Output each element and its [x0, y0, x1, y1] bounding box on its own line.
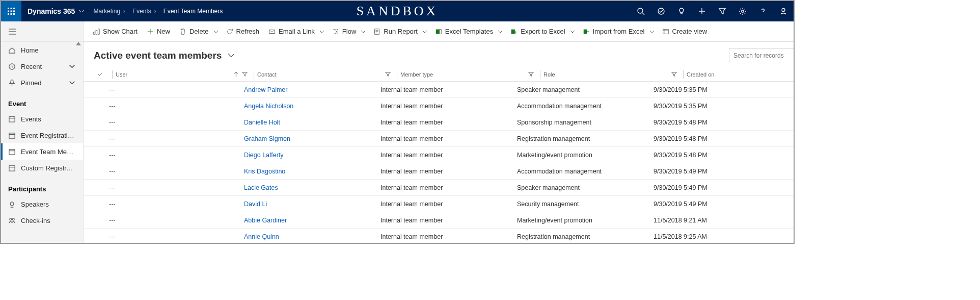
export-excel-button[interactable]: Export to Excel — [506, 21, 566, 42]
table-row[interactable]: --- Angela Nicholson Internal team membe… — [84, 98, 795, 114]
cell-contact-link[interactable]: Andrew Palmer — [244, 86, 380, 93]
export-excel-split-button[interactable] — [567, 29, 578, 34]
flow-split-button[interactable] — [358, 29, 368, 34]
nav-checkins[interactable]: Check-ins — [1, 212, 83, 229]
assistant-icon[interactable] — [671, 1, 692, 21]
col-header-user[interactable]: User — [116, 71, 251, 78]
view-selector[interactable]: Active event team members — [94, 50, 235, 61]
cell-contact-link[interactable]: Lacie Gates — [244, 184, 380, 191]
svg-rect-14 — [9, 116, 15, 121]
user-icon[interactable] — [773, 1, 794, 21]
cmd-label: Show Chart — [103, 28, 138, 35]
cell-member-type: Internal team member — [380, 233, 517, 240]
table-row[interactable]: --- Abbie Gardiner Internal team member … — [84, 212, 795, 229]
cell-contact-link[interactable]: Angela Nicholson — [244, 103, 380, 110]
nav-event-team-members[interactable]: Event Team Mem… — [1, 143, 83, 160]
cell-user: --- — [109, 103, 244, 110]
filter-icon[interactable] — [712, 1, 732, 21]
cell-created-on: 9/30/2019 5:48 PM — [654, 135, 781, 142]
cell-role: Sponsorship management — [517, 119, 654, 126]
search-box[interactable] — [729, 48, 795, 63]
cell-contact-link[interactable]: Abbie Gardiner — [244, 217, 380, 224]
search-icon[interactable] — [631, 1, 651, 21]
cell-contact-link[interactable]: Kris Dagostino — [244, 168, 380, 175]
delete-split-button[interactable] — [211, 29, 221, 34]
brand-chevron-icon[interactable] — [79, 8, 91, 15]
cell-role: Speaker management — [517, 184, 654, 191]
import-excel-split-button[interactable] — [647, 29, 657, 34]
refresh-button[interactable]: Refresh — [222, 21, 264, 42]
chevron-down-icon — [228, 52, 235, 59]
cmd-label: Flow — [342, 28, 356, 35]
svg-point-11 — [742, 10, 744, 12]
select-all-checkbox[interactable] — [94, 71, 109, 77]
run-report-split-button[interactable] — [420, 29, 430, 34]
col-header-contact[interactable]: Contact — [257, 71, 394, 78]
table-row[interactable]: --- Danielle Holt Internal team member S… — [84, 114, 795, 131]
nav-pinned[interactable]: Pinned — [1, 74, 83, 91]
filter-icon[interactable] — [385, 71, 391, 77]
col-header-created-on[interactable]: Created on — [687, 71, 795, 78]
col-header-member-type[interactable]: Member type — [400, 71, 537, 78]
svg-rect-2 — [13, 8, 15, 9]
cell-member-type: Internal team member — [380, 135, 517, 142]
email-split-button[interactable] — [317, 29, 327, 34]
breadcrumb-area[interactable]: Events — [130, 8, 161, 15]
email-link-button[interactable]: Email a Link — [264, 21, 316, 42]
search-input[interactable] — [733, 52, 795, 59]
cell-contact-link[interactable]: Danielle Holt — [244, 119, 380, 126]
app-launcher-button[interactable] — [1, 1, 21, 21]
gear-icon[interactable] — [732, 1, 753, 21]
nav-events[interactable]: Events — [1, 111, 83, 127]
table-row[interactable]: --- Graham Sigmon Internal team member R… — [84, 131, 795, 147]
brand-label[interactable]: Dynamics 365 — [21, 7, 79, 15]
cell-created-on: 9/30/2019 5:48 PM — [654, 119, 781, 126]
show-chart-button[interactable]: Show Chart — [89, 21, 142, 42]
table-row[interactable]: --- Andrew Palmer Internal team member S… — [84, 82, 795, 98]
table-row[interactable]: --- Annie Quinn Internal team member Reg… — [84, 229, 795, 244]
excel-templates-split-button[interactable] — [495, 29, 505, 34]
nav-speakers[interactable]: Speakers — [1, 196, 83, 212]
cell-user: --- — [109, 168, 244, 175]
col-header-role[interactable]: Role — [543, 71, 680, 78]
import-excel-button[interactable]: Import from Excel — [579, 21, 646, 42]
table-row[interactable]: --- Diego Lafferty Internal team member … — [84, 147, 795, 163]
hamburger-button[interactable] — [1, 21, 83, 42]
nav-label: Event Registratio… — [21, 132, 76, 139]
nav-label: Custom Registrat… — [21, 164, 76, 172]
svg-rect-5 — [13, 11, 15, 12]
svg-point-20 — [12, 218, 14, 220]
cell-user: --- — [109, 86, 244, 93]
cell-contact-link[interactable]: David Li — [244, 201, 380, 208]
table-row[interactable]: --- David Li Internal team member Securi… — [84, 196, 795, 212]
cell-member-type: Internal team member — [380, 201, 517, 208]
sidebar-scrollbar[interactable] — [75, 42, 82, 244]
create-view-button[interactable]: Create view — [658, 21, 712, 42]
svg-rect-21 — [94, 32, 95, 34]
nav-recent[interactable]: Recent — [1, 58, 83, 74]
breadcrumb-app[interactable]: Marketing — [91, 8, 130, 15]
cell-member-type: Internal team member — [380, 168, 517, 175]
table-row[interactable]: --- Lacie Gates Internal team member Spe… — [84, 180, 795, 196]
delete-button[interactable]: Delete — [175, 21, 210, 42]
nav-home[interactable]: Home — [1, 42, 83, 58]
run-report-button[interactable]: Run Report — [369, 21, 418, 42]
new-button[interactable]: New — [143, 21, 174, 42]
svg-rect-0 — [8, 8, 9, 9]
cell-role: Marketing/event promotion — [517, 152, 654, 159]
filter-icon[interactable] — [528, 71, 534, 77]
add-icon[interactable] — [692, 1, 712, 21]
task-flow-icon[interactable] — [651, 1, 671, 21]
cell-contact-link[interactable]: Graham Sigmon — [244, 135, 380, 142]
nav-custom-registrations[interactable]: Custom Registrat… — [1, 160, 83, 176]
flow-button[interactable]: Flow — [328, 21, 357, 42]
help-icon[interactable] — [753, 1, 773, 21]
excel-templates-button[interactable]: Excel Templates — [431, 21, 494, 42]
nav-event-registrations[interactable]: Event Registratio… — [1, 127, 83, 143]
cell-contact-link[interactable]: Annie Quinn — [244, 233, 380, 240]
cell-contact-link[interactable]: Diego Lafferty — [244, 152, 380, 159]
cell-user: --- — [109, 135, 244, 142]
table-row[interactable]: --- Kris Dagostino Internal team member … — [84, 163, 795, 180]
filter-icon[interactable] — [242, 71, 248, 77]
filter-icon[interactable] — [671, 71, 677, 77]
